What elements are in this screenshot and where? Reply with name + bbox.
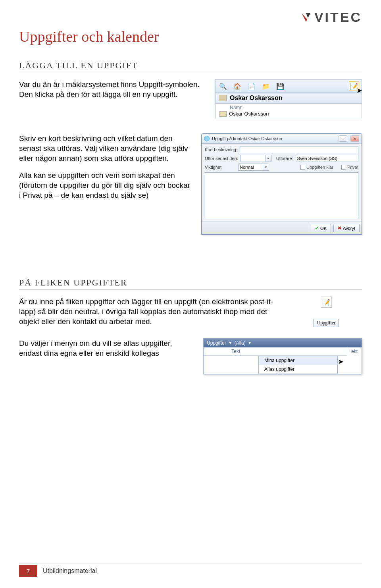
dialog-title-text: Uppgift på kontakt Oskar Oskarsson — [212, 136, 335, 141]
section-heading-add: LÄGGA TILL EN UPPGIFT — [19, 60, 362, 72]
vitec-logo: VITEC — [300, 10, 362, 25]
screenshot-task-dialog: Uppgift på kontakt Oskar Oskarsson – ✕ K… — [201, 133, 362, 235]
toolbar-folder-icon[interactable]: 📁 — [261, 81, 271, 91]
checkbox-private[interactable]: Privat — [341, 165, 358, 170]
toolbar-page-icon[interactable]: 📄 — [246, 81, 257, 91]
checkbox-done[interactable]: Uppgiften klar — [300, 165, 333, 170]
check-icon: ✔ — [315, 226, 319, 231]
contact-card-icon — [219, 95, 227, 101]
section1-paragraph1: Var du än är i mäklarsystemet finns Uppg… — [19, 79, 204, 99]
section-heading-tab: PÅ FLIKEN UPPGIFTER — [19, 278, 362, 289]
footer-label: Utbildningsmaterial — [37, 565, 102, 577]
uppgifter-button[interactable]: Uppgifter — [314, 319, 339, 327]
section2-paragraph2: Du väljer i menyn om du vill se allas up… — [19, 338, 192, 358]
label-due-date: Utför senast den: — [205, 156, 238, 161]
toolbar-task-icon[interactable]: 📝 ➤ — [349, 81, 359, 91]
vitec-logo-mark — [300, 12, 312, 23]
chevron-down-icon[interactable]: ▼ — [248, 341, 252, 345]
dialog-titlebar: Uppgift på kontakt Oskar Oskarsson – ✕ — [202, 134, 362, 144]
screenshot-toolbar-contact: 🔍 🏠 📄 📁 💾 📝 ➤ Oskar Oskarsson Namn Oskar… — [215, 79, 362, 118]
task-icon[interactable]: 📝 — [321, 297, 332, 308]
column-text: Text — [204, 347, 347, 356]
dialog-icon — [204, 136, 210, 141]
minimize-button[interactable]: – — [339, 135, 347, 142]
input-description[interactable] — [240, 146, 358, 153]
footer-rule — [19, 563, 362, 563]
cursor-icon: ➤ — [338, 357, 344, 366]
tab-bar: Uppgifter ▼ (Alla) ▼ — [204, 339, 362, 347]
field-value-namn: Oskar Oskarsson — [229, 111, 269, 117]
section2-paragraph1: Är du inne på fliken uppgifter och lägge… — [19, 297, 279, 326]
cursor-icon: ➤ — [356, 86, 362, 95]
chevron-down-icon[interactable]: ▼ — [229, 341, 232, 345]
toolbar-disk-icon[interactable]: 💾 — [275, 81, 285, 91]
toolbar-house-icon[interactable]: 🏠 — [232, 81, 242, 91]
section1-paragraph2: Skriv en kort beskrivning och vilket dat… — [19, 133, 190, 163]
filter-dropdown-menu: Mina uppgifter Allas uppgifter — [258, 356, 338, 374]
chevron-down-icon[interactable]: ▼ — [263, 164, 269, 171]
vitec-logo-text: VITEC — [314, 10, 362, 25]
label-performer: Utförare: — [276, 156, 293, 161]
contact-header: Oskar Oskarsson — [216, 93, 362, 104]
tab-uppgifter[interactable]: Uppgifter — [207, 340, 226, 346]
combo-due-date[interactable]: ▼ — [241, 155, 271, 162]
menu-item-allas[interactable]: Allas uppgifter — [259, 365, 337, 374]
page-title: Uppgifter och kalender — [19, 28, 362, 45]
contact-name: Oskar Oskarsson — [230, 94, 283, 102]
x-icon: ✖ — [338, 226, 341, 231]
filter-current[interactable]: (Alla) — [235, 340, 246, 346]
toolbar: 🔍 🏠 📄 📁 💾 📝 ➤ — [216, 80, 362, 93]
page-number: 7 — [19, 565, 37, 577]
page-footer: 7 Utbildningsmaterial — [19, 565, 102, 577]
contact-card-small-icon — [219, 111, 227, 117]
label-priority: Viktighet: — [205, 165, 236, 170]
toolbar-search-icon[interactable]: 🔍 — [218, 81, 228, 91]
screenshot-filter-menu: Uppgifter ▼ (Alla) ▼ Text ekt Mina uppgi… — [203, 338, 362, 374]
field-label-namn: Namn — [230, 105, 358, 110]
label-description: Kort beskrivning: — [205, 147, 237, 152]
cancel-button[interactable]: ✖Avbryt — [333, 224, 360, 232]
menu-item-mina[interactable]: Mina uppgifter — [259, 356, 337, 365]
close-button[interactable]: ✕ — [350, 135, 359, 142]
chevron-down-icon[interactable]: ▼ — [265, 155, 271, 162]
combo-priority[interactable]: ▼ — [238, 164, 269, 171]
column-right: ekt — [347, 347, 362, 356]
section1-paragraph3: Alla kan se uppgiften och vem som skapat… — [19, 170, 190, 200]
ok-button[interactable]: ✔OK — [311, 224, 331, 232]
textarea-description[interactable] — [205, 172, 358, 219]
input-performer[interactable] — [296, 155, 358, 162]
